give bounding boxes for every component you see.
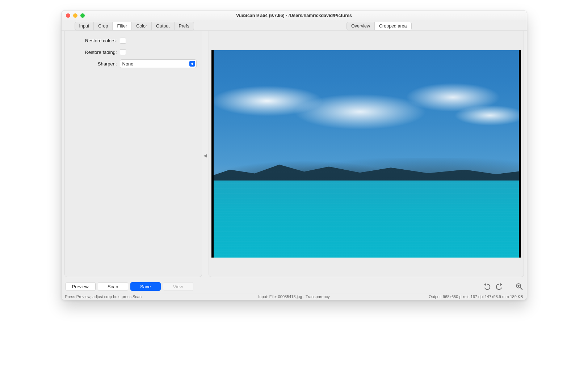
undo-button[interactable]: [483, 283, 491, 290]
restore-colors-checkbox[interactable]: [120, 38, 126, 44]
redo-button[interactable]: [496, 283, 504, 290]
zoom-in-button[interactable]: [515, 283, 523, 290]
close-icon[interactable]: [66, 13, 70, 18]
undo-icon: [483, 283, 491, 290]
status-right: Output: 968x650 pixels 167 dpi 147x98.9 …: [429, 294, 523, 299]
zoom-icon[interactable]: [80, 13, 85, 18]
save-button[interactable]: Save: [130, 282, 161, 291]
restore-fading-row: Restore fading:: [70, 47, 197, 58]
action-bar: Preview Scan Save View: [62, 280, 527, 293]
right-tabs: Overview Cropped area: [346, 22, 412, 30]
restore-fading-checkbox[interactable]: [120, 49, 126, 55]
tab-input[interactable]: Input: [75, 22, 94, 30]
svg-line-1: [520, 288, 522, 290]
sharpen-label: Sharpen:: [70, 61, 117, 67]
left-tabs: Input Crop Filter Color Output Prefs: [75, 22, 194, 30]
zoom-in-icon: [515, 283, 523, 290]
sharpen-value: None: [122, 61, 134, 67]
window-controls: [62, 13, 85, 18]
minimize-icon[interactable]: [73, 13, 77, 18]
restore-fading-label: Restore fading:: [70, 50, 117, 55]
view-button: View: [163, 282, 193, 291]
scanned-image[interactable]: [211, 50, 521, 258]
restore-colors-label: Restore colors:: [70, 38, 117, 43]
tab-filter[interactable]: Filter: [113, 22, 132, 30]
tab-cropped-area[interactable]: Cropped area: [375, 22, 411, 30]
titlebar: VueScan 9 a64 (9.7.96) - /Users/hamrickd…: [62, 10, 527, 21]
chevron-left-icon: ◀: [203, 153, 207, 158]
collapse-sidebar-button[interactable]: ◀: [202, 31, 209, 280]
status-bar: Press Preview, adjust crop box, press Sc…: [62, 293, 527, 300]
tab-output[interactable]: Output: [152, 22, 175, 30]
status-center: Input: File: 00035418.jpg - Transparency: [258, 294, 330, 299]
sharpen-select[interactable]: None: [120, 59, 197, 68]
chevron-up-down-icon: [189, 61, 195, 67]
filter-panel: Restore colors: Restore fading: Sharpen:…: [64, 31, 202, 277]
tab-overview[interactable]: Overview: [347, 22, 375, 30]
redo-icon: [496, 283, 504, 290]
tab-crop[interactable]: Crop: [94, 22, 113, 30]
tab-color[interactable]: Color: [132, 22, 152, 30]
restore-colors-row: Restore colors:: [70, 35, 197, 46]
preview-pane: [209, 31, 524, 277]
tab-bar: Input Crop Filter Color Output Prefs Ove…: [62, 21, 527, 31]
preview-button[interactable]: Preview: [65, 282, 96, 291]
status-left: Press Preview, adjust crop box, press Sc…: [65, 294, 142, 299]
scan-button[interactable]: Scan: [98, 282, 128, 291]
window-title: VueScan 9 a64 (9.7.96) - /Users/hamrickd…: [62, 13, 527, 18]
app-window: VueScan 9 a64 (9.7.96) - /Users/hamrickd…: [61, 10, 527, 300]
sharpen-row: Sharpen: None: [70, 58, 197, 69]
main-area: Restore colors: Restore fading: Sharpen:…: [62, 31, 527, 280]
bottom-tools: [483, 283, 523, 290]
tab-prefs[interactable]: Prefs: [175, 22, 194, 30]
